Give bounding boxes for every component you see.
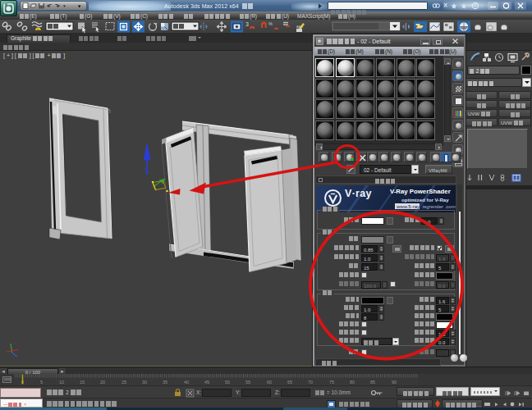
svg-text:60: 60 [267, 380, 272, 385]
svg-text:40: 40 [184, 380, 189, 385]
svg-text:15: 15 [80, 380, 85, 385]
svg-text:20: 20 [100, 380, 105, 385]
svg-text:70: 70 [308, 380, 313, 385]
svg-text:50: 50 [225, 380, 230, 385]
svg-text:10: 10 [59, 380, 64, 385]
svg-text:35: 35 [163, 380, 167, 385]
svg-text:85: 85 [370, 380, 375, 385]
svg-text:30: 30 [142, 380, 147, 385]
svg-text:25: 25 [122, 380, 126, 385]
svg-text:45: 45 [204, 380, 209, 385]
svg-text:?: ? [474, 2, 477, 8]
svg-text:90: 90 [392, 380, 397, 385]
svg-text:5: 5 [40, 380, 43, 385]
svg-text:55: 55 [245, 380, 250, 385]
svg-text:80: 80 [350, 380, 355, 385]
svg-text:ABC: ABC [296, 25, 303, 29]
svg-text:%: % [268, 21, 273, 26]
svg-text:3: 3 [245, 21, 249, 27]
svg-text:75: 75 [329, 380, 334, 385]
svg-text:65: 65 [287, 380, 292, 385]
